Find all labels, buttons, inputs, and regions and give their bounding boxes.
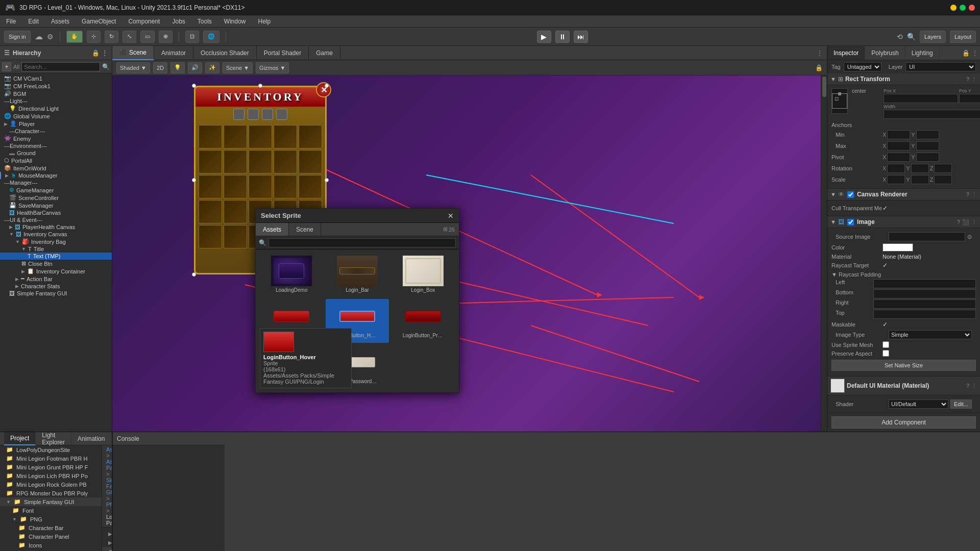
- scrollbar-thumb[interactable]: [822, 77, 826, 97]
- dialog-tab-assets[interactable]: Assets: [256, 223, 289, 236]
- menu-window[interactable]: Window: [222, 17, 248, 26]
- image-help-icon[interactable]: ?: [957, 219, 960, 226]
- move-tool[interactable]: ⊹: [87, 31, 101, 43]
- hier-item-charstats[interactable]: ▶Character Stats: [0, 283, 112, 290]
- raycast-left-input[interactable]: 0: [873, 279, 976, 288]
- hierarchy-lock[interactable]: 🔒: [92, 49, 100, 57]
- hier-item-bgm[interactable]: 🔊BGM: [0, 90, 112, 97]
- image-more-icon[interactable]: ⋮: [971, 219, 977, 226]
- pause-button[interactable]: ⏸: [555, 31, 570, 43]
- tab-polybrush[interactable]: Polybrush: [865, 46, 905, 60]
- search-icon[interactable]: 🔍: [907, 33, 916, 41]
- scene-audio-btn[interactable]: 🔊: [188, 62, 202, 73]
- scene-vertical-scrollbar[interactable]: [821, 76, 827, 432]
- inv-tab-icon-1[interactable]: [233, 109, 244, 120]
- scene-lighting-btn[interactable]: 💡: [170, 62, 185, 73]
- inv-tab-icon-3[interactable]: [262, 109, 273, 120]
- inv-cell[interactable]: [224, 125, 247, 148]
- inv-cell[interactable]: [299, 150, 322, 173]
- pivot-y-input[interactable]: 0.5: [916, 153, 939, 162]
- file-loginbutton-hover[interactable]: ▼ 📄 LoginButton_Hover: [102, 547, 112, 551]
- menu-edit[interactable]: Edit: [26, 17, 41, 26]
- inv-cell[interactable]: [224, 200, 247, 223]
- inv-cell[interactable]: [249, 125, 272, 148]
- window-controls[interactable]: [950, 5, 975, 11]
- inventory-close-button[interactable]: ✕: [316, 82, 331, 97]
- file-item-icons[interactable]: 📁Icons: [0, 541, 102, 549]
- tab-animation[interactable]: Animation: [71, 432, 111, 445]
- inv-cell[interactable]: [249, 175, 272, 198]
- inv-cell[interactable]: [199, 150, 222, 173]
- hier-item-env-sep[interactable]: ---Environment---: [0, 142, 112, 149]
- undo-icon[interactable]: ⟲: [897, 33, 903, 41]
- rect-help-icon[interactable]: ?: [966, 76, 969, 83]
- scene-shaded-btn[interactable]: Shaded ▼: [116, 62, 150, 73]
- color-picker[interactable]: [883, 243, 913, 252]
- file-item-footman[interactable]: 📁Mini Legion Footman PBR H: [0, 454, 102, 463]
- raycast-top-input[interactable]: 0: [873, 310, 976, 319]
- source-image-input[interactable]: LoginButton_Hover: [889, 232, 965, 241]
- file-item-lowpoly[interactable]: 📁LowPolyDungeonSite: [0, 445, 102, 454]
- transform-handle-tc[interactable]: [258, 84, 262, 88]
- scene-gizmos-btn[interactable]: Gizmos ▼: [256, 62, 289, 73]
- play-button[interactable]: ▶: [537, 31, 551, 43]
- inv-cell[interactable]: [274, 150, 297, 173]
- rotate-tool[interactable]: ↻: [105, 31, 118, 43]
- menu-gameobject[interactable]: GameObject: [80, 17, 118, 26]
- raycast-right-input[interactable]: 0: [873, 299, 976, 309]
- hier-item-inventorycont[interactable]: ▶📋Inventory Container: [0, 267, 112, 275]
- anchor-diagram[interactable]: ⊡: [831, 88, 848, 114]
- hier-item-enemy[interactable]: 👾Enemy: [0, 135, 112, 142]
- rot-y-input[interactable]: 0: [911, 164, 929, 173]
- tab-scene[interactable]: ⬛ Scene: [112, 46, 154, 60]
- inv-cell[interactable]: [224, 225, 247, 248]
- pivot-toggle[interactable]: ⊡: [185, 31, 199, 43]
- pos-x-input[interactable]: 1.812e-0: [884, 94, 958, 103]
- hierarchy-search-input[interactable]: [21, 62, 100, 71]
- shader-edit-button[interactable]: Edit...: [950, 399, 972, 409]
- inv-cell[interactable]: [199, 175, 222, 198]
- use-sprite-mesh-checkbox[interactable]: [883, 341, 889, 348]
- add-component-button[interactable]: Add Component: [831, 416, 976, 429]
- hier-item-inventorybag[interactable]: ▼🎒Inventory Bag: [0, 238, 112, 245]
- canvas-more-icon[interactable]: ⋮: [971, 191, 977, 198]
- hier-item-savemanager[interactable]: 💾SaveManager: [0, 202, 112, 209]
- hierarchy-add-button[interactable]: +: [2, 62, 11, 71]
- hier-item-dirlight[interactable]: 💡Directional Light: [0, 105, 112, 112]
- raycast-target-check[interactable]: ✓: [883, 262, 888, 269]
- image-checkbox[interactable]: [847, 219, 854, 226]
- menu-file[interactable]: File: [4, 17, 18, 26]
- minimize-button[interactable]: [950, 5, 957, 11]
- menu-jobs[interactable]: Jobs: [170, 17, 187, 26]
- menu-assets[interactable]: Assets: [49, 17, 71, 26]
- account-icon[interactable]: ☁: [35, 32, 43, 41]
- scale-y-input[interactable]: 1: [911, 175, 929, 184]
- source-image-select-icon[interactable]: ⊙: [967, 234, 972, 240]
- dialog-close-button[interactable]: ✕: [448, 212, 454, 220]
- hier-item-scenecontroller[interactable]: 🎬SceneController: [0, 194, 112, 202]
- cull-transparent-check[interactable]: ✓: [883, 205, 888, 212]
- inv-cell[interactable]: [249, 150, 272, 173]
- inv-cell[interactable]: [274, 125, 297, 148]
- tab-animator[interactable]: Animator: [154, 46, 193, 60]
- layers-dropdown[interactable]: Layers: [920, 31, 946, 43]
- hier-item-portalall[interactable]: ⬡PortalAll: [0, 157, 112, 164]
- canvas-renderer-checkbox[interactable]: [847, 191, 854, 198]
- hier-item-title[interactable]: ▼TTitle: [0, 245, 112, 253]
- file-login-box[interactable]: ▶ 📄 Login_Box: [102, 530, 112, 538]
- file-item-golem[interactable]: 📁Mini Legion Rock Golem PB: [0, 480, 102, 489]
- scale-x-input[interactable]: 1: [887, 175, 905, 184]
- inv-cell[interactable]: [224, 175, 247, 198]
- file-item-grunt[interactable]: 📁Mini Legion Grunt PBR HP F: [0, 463, 102, 471]
- close-button[interactable]: [969, 5, 975, 11]
- layer-select[interactable]: UI: [905, 62, 976, 71]
- file-item-simplefantasy[interactable]: ▼📁Simple Fantasy GUI: [0, 497, 102, 506]
- sprite-search-input[interactable]: [268, 238, 456, 247]
- rect-more-icon[interactable]: ⋮: [971, 76, 977, 83]
- hier-item-inventorycanvas[interactable]: ▼🖼Inventory Canvas: [0, 231, 112, 238]
- transform-handle-tr[interactable]: [325, 84, 329, 88]
- layout-dropdown[interactable]: Layout: [950, 31, 976, 43]
- tab-occlusion[interactable]: Occlusion Shader: [193, 46, 257, 60]
- hier-item-itemonworld[interactable]: 📦ItemOnWorld: [0, 164, 112, 172]
- width-input[interactable]: 284.032: [884, 110, 980, 119]
